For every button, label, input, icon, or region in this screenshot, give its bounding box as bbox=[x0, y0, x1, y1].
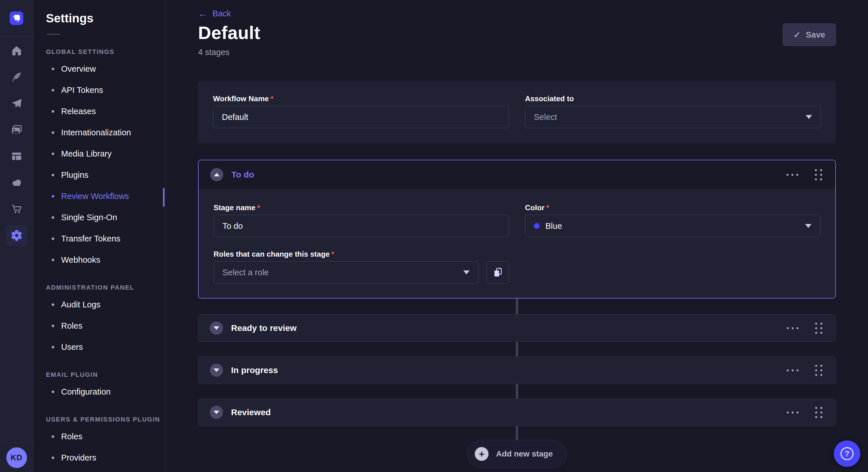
cloud-icon[interactable] bbox=[11, 177, 23, 189]
stage-card-ready-to-review[interactable]: Ready to review bbox=[198, 314, 836, 342]
sidebar-item-single-sign-on[interactable]: Single Sign-On bbox=[33, 207, 165, 228]
sidebar-title: Settings bbox=[33, 0, 165, 25]
drag-handle-icon[interactable] bbox=[815, 407, 823, 418]
add-stage-label: Add new stage bbox=[496, 449, 553, 459]
stage-header[interactable]: To do bbox=[198, 160, 835, 189]
content-type-builder-icon[interactable] bbox=[11, 150, 23, 162]
sidebar-item-up-roles[interactable]: Roles bbox=[33, 426, 165, 447]
stage-name-input[interactable]: To do bbox=[214, 215, 509, 237]
save-button[interactable]: ✓ Save bbox=[783, 24, 836, 46]
bullet-icon bbox=[52, 174, 54, 176]
add-stage-row: + Add new stage bbox=[198, 440, 836, 468]
sidebar-item-providers[interactable]: Providers bbox=[33, 447, 165, 468]
strapi-logo-icon[interactable] bbox=[10, 11, 23, 25]
expand-stage-button[interactable] bbox=[210, 406, 223, 419]
sidebar-item-api-tokens[interactable]: API Tokens bbox=[33, 79, 165, 101]
associated-to-select[interactable]: Select bbox=[525, 106, 821, 128]
more-options-button[interactable] bbox=[787, 369, 799, 371]
settings-gear-icon[interactable] bbox=[6, 225, 27, 246]
more-options-button[interactable] bbox=[787, 411, 799, 413]
stage-card-reviewed[interactable]: Reviewed bbox=[198, 399, 836, 426]
section-label: USERS & PERMISSIONS PLUGIN bbox=[46, 416, 165, 423]
save-label: Save bbox=[806, 30, 825, 40]
marketplace-cart-icon[interactable] bbox=[11, 203, 23, 215]
bullet-icon bbox=[52, 346, 54, 348]
section-label: ADMINISTRATION PANEL bbox=[46, 284, 165, 291]
bullet-icon bbox=[52, 391, 54, 393]
add-new-stage-button[interactable]: + Add new stage bbox=[467, 440, 567, 468]
stage-roles-field: Roles that can change this stage* Select… bbox=[214, 250, 478, 283]
associated-to-label: Associated to bbox=[525, 94, 821, 103]
user-avatar[interactable]: KD bbox=[6, 447, 27, 468]
sidebar-item-plugins[interactable]: Plugins bbox=[33, 164, 165, 186]
workflow-name-value: Default bbox=[222, 112, 248, 122]
stage-title: Ready to review bbox=[231, 323, 297, 333]
help-button[interactable]: ? bbox=[834, 440, 860, 467]
section-global-settings: GLOBAL SETTINGS Overview API Tokens Rele… bbox=[33, 48, 165, 270]
stage-roles-placeholder: Select a role bbox=[222, 268, 269, 277]
required-marker: * bbox=[332, 250, 334, 258]
sidebar-item-releases[interactable]: Releases bbox=[33, 101, 165, 122]
sidebar-item-users[interactable]: Users bbox=[33, 336, 165, 358]
required-marker: * bbox=[271, 94, 274, 103]
main-nav-rail: KD bbox=[0, 0, 33, 472]
stage-card-in-progress[interactable]: In progress bbox=[198, 357, 836, 384]
stage-name-label: Stage name* bbox=[214, 203, 509, 212]
home-icon[interactable] bbox=[11, 45, 23, 57]
sidebar-item-overview[interactable]: Overview bbox=[33, 58, 165, 79]
back-arrow-icon: ← bbox=[198, 9, 208, 19]
sidebar-item-internationalization[interactable]: Internationalization bbox=[33, 122, 165, 143]
bullet-icon bbox=[52, 89, 54, 92]
chevron-down-icon bbox=[214, 369, 219, 372]
section-administration-panel: ADMINISTRATION PANEL Audit Logs Roles Us… bbox=[33, 284, 165, 358]
sidebar-item-webhooks[interactable]: Webhooks bbox=[33, 249, 165, 270]
bullet-icon bbox=[52, 435, 54, 438]
send-plane-icon[interactable] bbox=[11, 98, 23, 109]
more-options-button[interactable] bbox=[786, 174, 798, 176]
workflow-name-field: Workflow Name* Default bbox=[213, 94, 509, 128]
stage-roles-select[interactable]: Select a role bbox=[214, 261, 478, 283]
chevron-down-icon bbox=[214, 411, 219, 414]
sidebar-item-email-configuration[interactable]: Configuration bbox=[33, 381, 165, 402]
drag-handle-icon[interactable] bbox=[815, 169, 822, 180]
bullet-icon bbox=[52, 259, 54, 261]
drag-handle-icon[interactable] bbox=[815, 323, 823, 334]
sidebar-item-review-workflows[interactable]: Review Workflows bbox=[33, 186, 165, 207]
expand-stage-button[interactable] bbox=[210, 364, 223, 377]
workflow-name-input[interactable]: Default bbox=[213, 106, 509, 128]
collapse-stage-button[interactable] bbox=[210, 168, 223, 181]
sidebar-item-admin-roles[interactable]: Roles bbox=[33, 315, 165, 336]
stage-color-label: Color* bbox=[525, 203, 820, 212]
main-content: ← Back Default 4 stages ✓ Save Workflow … bbox=[165, 0, 868, 472]
bullet-icon bbox=[52, 216, 54, 219]
workspace-logo-wrap bbox=[0, 0, 33, 36]
sidebar-item-media-library[interactable]: Media Library bbox=[33, 143, 165, 164]
question-mark-icon: ? bbox=[840, 447, 854, 460]
expand-stage-button[interactable] bbox=[210, 322, 223, 335]
sidebar-item-transfer-tokens[interactable]: Transfer Tokens bbox=[33, 228, 165, 249]
check-icon: ✓ bbox=[794, 30, 801, 40]
chevron-down-icon bbox=[805, 224, 811, 228]
duplicate-stage-button[interactable] bbox=[487, 261, 509, 283]
stage-title: To do bbox=[231, 170, 254, 179]
sidebar-scrollbar-thumb[interactable] bbox=[163, 188, 164, 207]
bullet-icon bbox=[52, 303, 54, 306]
more-options-button[interactable] bbox=[787, 327, 799, 329]
sidebar-item-audit-logs[interactable]: Audit Logs bbox=[33, 294, 165, 315]
stage-name-field: Stage name* To do bbox=[214, 203, 509, 237]
section-label: EMAIL PLUGIN bbox=[46, 371, 165, 378]
stage-roles-label: Roles that can change this stage* bbox=[214, 250, 478, 258]
content-manager-feather-icon[interactable] bbox=[11, 71, 23, 83]
chevron-down-icon bbox=[463, 270, 470, 274]
stage-color-select[interactable]: Blue bbox=[525, 215, 820, 237]
plus-icon: + bbox=[475, 447, 489, 461]
associated-to-placeholder: Select bbox=[534, 112, 557, 122]
back-link[interactable]: ← Back bbox=[198, 9, 231, 19]
media-library-icon[interactable] bbox=[11, 124, 23, 136]
bullet-icon bbox=[52, 68, 54, 70]
stage-title: Reviewed bbox=[231, 407, 271, 417]
bullet-icon bbox=[52, 195, 54, 198]
bullet-icon bbox=[52, 131, 54, 134]
drag-handle-icon[interactable] bbox=[815, 365, 823, 376]
stage-color-field: Color* Blue bbox=[525, 203, 820, 237]
